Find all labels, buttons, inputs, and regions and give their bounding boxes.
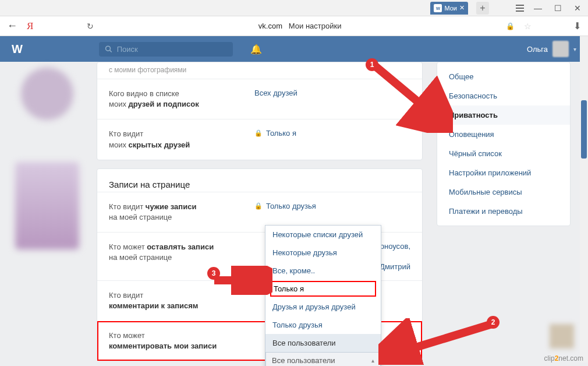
search-box[interactable]	[99, 42, 233, 57]
svg-line-1	[110, 50, 112, 52]
scroll-thumb[interactable]	[581, 100, 587, 159]
reload-button[interactable]: ↻	[87, 22, 94, 31]
new-tab-button[interactable]: +	[476, 2, 489, 15]
avatar	[552, 41, 569, 57]
setting-value[interactable]: 🔒 Только друзья	[254, 202, 410, 210]
callout-2: 2	[487, 316, 500, 329]
dropdown-current[interactable]: Все пользователи ▴	[265, 352, 381, 366]
svg-point-0	[106, 46, 111, 51]
search-input[interactable]	[117, 45, 227, 54]
blurred-avatar	[21, 68, 73, 120]
page-scrollbar[interactable]	[580, 36, 588, 363]
tab-label: Мои	[444, 5, 457, 12]
callout-1: 1	[366, 58, 378, 71]
username: Ольга	[527, 45, 548, 54]
blurred-thumb	[550, 324, 574, 349]
sidebar-item-mobile[interactable]: Мобильные сервисы	[437, 182, 570, 202]
sidebar-card: Общее Безопасность Приватность Оповещени…	[437, 62, 571, 226]
vk-header: W 🔔 Ольга ▾	[0, 36, 588, 62]
browser-tab-bar: w Мои ✕ + — ☐ ✕	[0, 0, 588, 16]
yandex-logo[interactable]: Я	[27, 20, 33, 32]
svg-line-3	[371, 63, 441, 121]
browser-tab-active[interactable]: w Мои ✕	[430, 2, 468, 15]
callout-3: 3	[207, 267, 220, 280]
address-bar: ← Я ↻ vk.com Мои настройки 🔒 ☆ ⬇	[0, 16, 588, 36]
row-cut-label: с моими фотографиями	[109, 66, 186, 74]
dropdown-option-highlighted[interactable]: Только я	[270, 281, 376, 297]
svg-line-5	[387, 324, 492, 356]
dropdown-option[interactable]: Друзья и друзья друзей	[265, 298, 381, 316]
close-tab-icon[interactable]: ✕	[459, 4, 465, 12]
sidebar-item-general[interactable]: Общее	[437, 67, 570, 86]
back-button[interactable]: ←	[7, 20, 17, 32]
vk-logo[interactable]: W	[12, 43, 99, 56]
chevron-up-icon: ▴	[371, 357, 374, 364]
chevron-down-icon: ▾	[573, 46, 576, 52]
close-window-button[interactable]: ✕	[572, 3, 583, 13]
notifications-icon[interactable]: 🔔	[250, 44, 262, 55]
annotation-arrow-2	[378, 318, 501, 365]
lock-icon: 🔒	[254, 202, 263, 210]
browser-chrome: w Мои ✕ + — ☐ ✕ ← Я ↻ vk.com Мои настрой…	[0, 0, 588, 36]
url-display[interactable]: vk.com Мои настройки	[103, 22, 497, 30]
lock-icon: 🔒	[506, 22, 515, 30]
watermark: clip2net.com	[544, 354, 583, 363]
download-icon[interactable]: ⬇	[573, 20, 581, 31]
user-menu[interactable]: Ольга ▾	[527, 41, 576, 57]
vk-favicon: w	[434, 4, 442, 12]
bookmark-icon[interactable]: ☆	[524, 22, 532, 31]
dropdown-option[interactable]: Некоторые списки друзей	[265, 226, 381, 244]
search-icon	[105, 45, 112, 53]
menu-icon[interactable]	[516, 5, 524, 12]
left-column	[9, 62, 97, 366]
sidebar-item-payments[interactable]: Платежи и переводы	[437, 202, 570, 221]
blurred-photo	[15, 162, 79, 249]
privacy-dropdown-open[interactable]: Некоторые списки друзей Некоторые друзья…	[265, 225, 381, 366]
lock-icon: 🔒	[254, 129, 263, 137]
sidebar-item-notifications[interactable]: Оповещения	[437, 125, 570, 144]
sidebar-item-security[interactable]: Безопасность	[437, 86, 570, 105]
dropdown-option[interactable]: Некоторые друзья	[265, 244, 381, 262]
minimize-button[interactable]: —	[532, 3, 544, 13]
sidebar-item-privacy[interactable]: Приватность	[437, 105, 570, 125]
sidebar-item-blacklist[interactable]: Чёрный список	[437, 144, 570, 163]
dropdown-option[interactable]: Все, кроме..	[265, 262, 381, 280]
section-title: Записи на странице	[97, 169, 422, 192]
dropdown-option[interactable]: Только друзья	[265, 316, 381, 334]
maximize-button[interactable]: ☐	[552, 3, 564, 13]
sidebar-item-apps[interactable]: Настройки приложений	[437, 163, 570, 182]
dropdown-option-selected[interactable]: Все пользователи	[265, 334, 381, 352]
